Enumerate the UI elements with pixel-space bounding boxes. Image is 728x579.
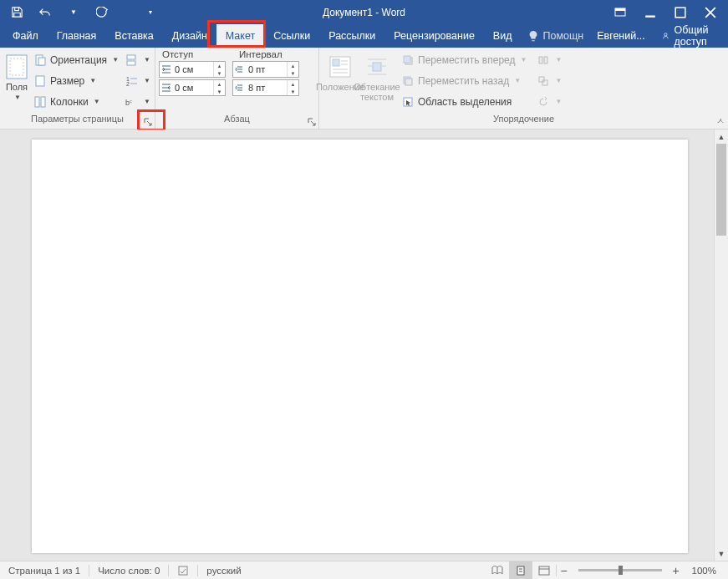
- tab-insert[interactable]: Вставка: [105, 24, 162, 48]
- send-backward-button: Переместить назад▼: [400, 71, 528, 90]
- svg-rect-11: [41, 97, 45, 107]
- print-layout-icon: [515, 565, 527, 576]
- hyphenation-button[interactable]: bᶜ▼: [124, 92, 152, 111]
- svg-rect-43: [539, 566, 549, 575]
- undo-icon[interactable]: [37, 4, 53, 21]
- tab-review[interactable]: Рецензирование: [384, 24, 484, 48]
- breaks-button[interactable]: ▼: [124, 50, 152, 69]
- svg-rect-37: [539, 77, 544, 82]
- scroll-thumb[interactable]: [716, 144, 726, 236]
- status-proof[interactable]: [169, 561, 197, 579]
- svg-rect-25: [373, 63, 381, 71]
- group-label: Упорядочение: [319, 114, 728, 129]
- svg-rect-13: [127, 61, 135, 65]
- group-page-setup: Поля ▼ Ориентация▼ Размер▼: [0, 48, 155, 129]
- tab-home[interactable]: Главная: [48, 24, 106, 48]
- tab-references[interactable]: Ссылки: [264, 24, 319, 48]
- title-bar: ▼ ▾ Документ1 - Word: [0, 0, 728, 24]
- minimize-icon[interactable]: [644, 7, 656, 18]
- tell-me[interactable]: Помощн: [521, 24, 590, 48]
- scroll-track[interactable]: [715, 144, 728, 546]
- ribbon-options-icon[interactable]: [614, 7, 626, 18]
- indent-left-icon: [160, 64, 173, 74]
- group-button: ▼: [535, 71, 563, 90]
- view-print-layout[interactable]: [509, 561, 532, 579]
- columns-icon: [33, 95, 47, 109]
- group-arrange: Положение Обтекание текстом Переместить …: [319, 48, 728, 129]
- selection-pane-button[interactable]: Область выделения: [400, 92, 528, 111]
- zoom-slider[interactable]: [578, 569, 662, 571]
- rotate-button: ▼: [535, 92, 563, 111]
- svg-rect-12: [127, 55, 135, 59]
- view-web-layout[interactable]: [532, 561, 556, 579]
- margins-button[interactable]: Поля ▼: [3, 50, 30, 114]
- svg-rect-40: [517, 566, 524, 575]
- zoom-slider-thumb[interactable]: [619, 566, 623, 575]
- status-word-count[interactable]: Число слов: 0: [89, 561, 168, 579]
- status-page[interactable]: Страница 1 из 1: [0, 561, 89, 579]
- breaks-icon: [125, 53, 139, 67]
- size-icon: [33, 74, 47, 88]
- indent-left-input[interactable]: 0 см ▲▼: [159, 61, 226, 78]
- tab-mailings[interactable]: Рассылки: [319, 24, 384, 48]
- window-title: Документ1 - Word: [323, 7, 405, 18]
- bring-forward-button: Переместить вперед▼: [400, 50, 528, 69]
- status-language[interactable]: русский: [198, 561, 249, 579]
- user-account[interactable]: Евгений...: [590, 24, 652, 48]
- scroll-down-icon[interactable]: ▼: [715, 546, 728, 561]
- zoom-level[interactable]: 100%: [684, 561, 728, 579]
- share-icon: [662, 30, 669, 42]
- paragraph-dialog-launcher[interactable]: [307, 117, 317, 127]
- space-before-input[interactable]: 0 пт ▲▼: [232, 61, 299, 78]
- tab-view[interactable]: Вид: [484, 24, 522, 48]
- page-setup-dialog-launcher[interactable]: [143, 117, 153, 127]
- zoom-out-button[interactable]: −: [557, 564, 572, 577]
- document-page[interactable]: [32, 140, 688, 553]
- svg-rect-36: [544, 57, 547, 63]
- tab-file[interactable]: Файл: [3, 24, 48, 48]
- zoom-in-button[interactable]: +: [669, 564, 684, 577]
- group-label: Параметры страницы: [0, 114, 155, 129]
- size-button[interactable]: Размер▼: [32, 71, 120, 90]
- space-after-input[interactable]: 8 пт ▲▼: [232, 79, 299, 96]
- align-icon: [537, 53, 550, 67]
- tab-design[interactable]: Дизайн: [163, 24, 216, 48]
- group-label: Абзац: [155, 114, 318, 129]
- ribbon: Поля ▼ Ориентация▼ Размер▼: [0, 48, 728, 130]
- svg-rect-3: [675, 8, 685, 18]
- page-canvas[interactable]: [0, 130, 714, 561]
- qat-customize-icon[interactable]: ▾: [142, 4, 159, 21]
- wrap-text-icon: [364, 53, 390, 80]
- read-mode-icon: [491, 565, 504, 576]
- undo-dropdown-icon[interactable]: ▼: [65, 4, 82, 21]
- view-read-mode[interactable]: [486, 561, 509, 579]
- indent-right-input[interactable]: 0 см ▲▼: [159, 79, 226, 96]
- send-backward-icon: [401, 74, 415, 88]
- group-paragraph: Отступ Интервал 0 см ▲▼ 0 пт ▲▼ 0 см: [155, 48, 319, 129]
- close-icon[interactable]: [705, 7, 716, 18]
- svg-point-4: [664, 33, 666, 36]
- svg-rect-33: [405, 79, 412, 85]
- collapse-ribbon-icon[interactable]: ㅅ: [716, 115, 725, 127]
- svg-rect-8: [38, 58, 45, 65]
- redo-icon[interactable]: [94, 4, 110, 21]
- line-numbers-icon: 12: [125, 74, 139, 88]
- orientation-button[interactable]: Ориентация▼: [32, 50, 120, 69]
- tab-layout[interactable]: Макет: [216, 24, 264, 48]
- maximize-icon[interactable]: [675, 7, 686, 18]
- lightbulb-icon: [527, 30, 539, 42]
- svg-text:2: 2: [126, 81, 130, 87]
- svg-rect-9: [36, 76, 44, 86]
- save-icon[interactable]: [8, 4, 25, 21]
- columns-button[interactable]: Колонки▼: [32, 92, 120, 111]
- scroll-up-icon[interactable]: ▲: [715, 130, 728, 144]
- share-button[interactable]: Общий доступ: [652, 24, 728, 48]
- quick-access-toolbar: ▼ ▾: [0, 0, 159, 24]
- line-numbers-button[interactable]: 12▼: [124, 71, 152, 90]
- svg-rect-35: [539, 57, 542, 63]
- indent-right-icon: [160, 83, 173, 93]
- chevron-down-icon: ▼: [14, 94, 21, 101]
- margins-icon: [3, 53, 30, 80]
- spacing-label: Интервал: [239, 49, 283, 59]
- vertical-scrollbar[interactable]: ▲ ▼: [714, 130, 728, 561]
